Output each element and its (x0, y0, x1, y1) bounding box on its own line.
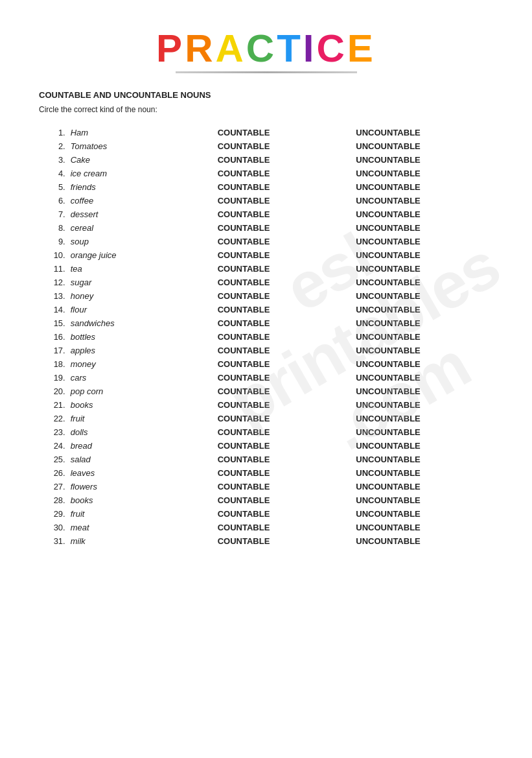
countable-label[interactable]: COUNTABLE (216, 398, 355, 412)
table-row: 21.booksCOUNTABLEUNCOUNTABLE (39, 398, 493, 412)
item-word: money (69, 357, 216, 371)
countable-label[interactable]: COUNTABLE (216, 425, 355, 439)
countable-label[interactable]: COUNTABLE (216, 357, 355, 371)
countable-label[interactable]: COUNTABLE (216, 235, 355, 248)
uncountable-label[interactable]: UNCOUNTABLE (354, 344, 493, 357)
countable-label[interactable]: COUNTABLE (216, 194, 355, 207)
countable-label[interactable]: COUNTABLE (216, 139, 355, 153)
item-number: 3. (39, 153, 69, 167)
countable-label[interactable]: COUNTABLE (216, 316, 355, 330)
countable-label[interactable]: COUNTABLE (216, 180, 355, 194)
uncountable-label[interactable]: UNCOUNTABLE (354, 385, 493, 398)
item-word: apples (69, 344, 216, 357)
item-word: ice cream (69, 167, 216, 180)
uncountable-label[interactable]: UNCOUNTABLE (354, 453, 493, 466)
title-underline (176, 71, 357, 73)
table-row: 3.CakeCOUNTABLEUNCOUNTABLE (39, 153, 493, 167)
item-word: pop corn (69, 385, 216, 398)
countable-label[interactable]: COUNTABLE (216, 248, 355, 262)
item-number: 7. (39, 207, 69, 221)
uncountable-label[interactable]: UNCOUNTABLE (354, 221, 493, 235)
uncountable-label[interactable]: UNCOUNTABLE (354, 139, 493, 153)
uncountable-label[interactable]: UNCOUNTABLE (354, 493, 493, 507)
table-row: 5.friendsCOUNTABLEUNCOUNTABLE (39, 180, 493, 194)
title-letter-p: P (156, 27, 185, 70)
item-number: 27. (39, 480, 69, 493)
table-row: 22.fruitCOUNTABLEUNCOUNTABLE (39, 412, 493, 425)
countable-label[interactable]: COUNTABLE (216, 480, 355, 493)
uncountable-label[interactable]: UNCOUNTABLE (354, 153, 493, 167)
item-number: 29. (39, 507, 69, 521)
item-word: orange juice (69, 248, 216, 262)
countable-label[interactable]: COUNTABLE (216, 167, 355, 180)
item-number: 11. (39, 262, 69, 276)
uncountable-label[interactable]: UNCOUNTABLE (354, 534, 493, 548)
uncountable-label[interactable]: UNCOUNTABLE (354, 466, 493, 480)
countable-label[interactable]: COUNTABLE (216, 493, 355, 507)
uncountable-label[interactable]: UNCOUNTABLE (354, 330, 493, 344)
uncountable-label[interactable]: UNCOUNTABLE (354, 126, 493, 139)
uncountable-label[interactable]: UNCOUNTABLE (354, 167, 493, 180)
item-word: milk (69, 534, 216, 548)
countable-label[interactable]: COUNTABLE (216, 534, 355, 548)
uncountable-label[interactable]: UNCOUNTABLE (354, 316, 493, 330)
uncountable-label[interactable]: UNCOUNTABLE (354, 194, 493, 207)
uncountable-label[interactable]: UNCOUNTABLE (354, 357, 493, 371)
item-word: coffee (69, 194, 216, 207)
item-number: 10. (39, 248, 69, 262)
countable-label[interactable]: COUNTABLE (216, 276, 355, 289)
uncountable-label[interactable]: UNCOUNTABLE (354, 371, 493, 385)
uncountable-label[interactable]: UNCOUNTABLE (354, 289, 493, 303)
countable-label[interactable]: COUNTABLE (216, 439, 355, 453)
uncountable-label[interactable]: UNCOUNTABLE (354, 412, 493, 425)
uncountable-label[interactable]: UNCOUNTABLE (354, 235, 493, 248)
item-word: Ham (69, 126, 216, 139)
countable-label[interactable]: COUNTABLE (216, 303, 355, 316)
countable-label[interactable]: COUNTABLE (216, 466, 355, 480)
title-letter-c: C (317, 27, 347, 70)
countable-label[interactable]: COUNTABLE (216, 221, 355, 235)
uncountable-label[interactable]: UNCOUNTABLE (354, 248, 493, 262)
countable-label[interactable]: COUNTABLE (216, 207, 355, 221)
countable-label[interactable]: COUNTABLE (216, 330, 355, 344)
countable-label[interactable]: COUNTABLE (216, 507, 355, 521)
uncountable-label[interactable]: UNCOUNTABLE (354, 180, 493, 194)
countable-label[interactable]: COUNTABLE (216, 153, 355, 167)
item-word: soup (69, 235, 216, 248)
uncountable-label[interactable]: UNCOUNTABLE (354, 207, 493, 221)
item-number: 21. (39, 398, 69, 412)
countable-label[interactable]: COUNTABLE (216, 371, 355, 385)
table-row: 24.breadCOUNTABLEUNCOUNTABLE (39, 439, 493, 453)
item-word: Tomatoes (69, 139, 216, 153)
item-word: honey (69, 289, 216, 303)
uncountable-label[interactable]: UNCOUNTABLE (354, 439, 493, 453)
table-row: 30.meatCOUNTABLEUNCOUNTABLE (39, 521, 493, 534)
countable-label[interactable]: COUNTABLE (216, 262, 355, 276)
table-row: 9.soupCOUNTABLEUNCOUNTABLE (39, 235, 493, 248)
uncountable-label[interactable]: UNCOUNTABLE (354, 262, 493, 276)
uncountable-label[interactable]: UNCOUNTABLE (354, 276, 493, 289)
uncountable-label[interactable]: UNCOUNTABLE (354, 303, 493, 316)
uncountable-label[interactable]: UNCOUNTABLE (354, 507, 493, 521)
table-row: 29.fruitCOUNTABLEUNCOUNTABLE (39, 507, 493, 521)
item-word: fruit (69, 412, 216, 425)
countable-label[interactable]: COUNTABLE (216, 385, 355, 398)
countable-label[interactable]: COUNTABLE (216, 521, 355, 534)
page-title: PRACTICE (39, 26, 493, 71)
table-row: 23.dollsCOUNTABLEUNCOUNTABLE (39, 425, 493, 439)
countable-label[interactable]: COUNTABLE (216, 289, 355, 303)
title-letter-i: I (303, 27, 317, 70)
countable-label[interactable]: COUNTABLE (216, 344, 355, 357)
item-number: 23. (39, 425, 69, 439)
subtitle: COUNTABLE AND UNCOUNTABLE NOUNS (39, 90, 493, 100)
table-row: 14.flourCOUNTABLEUNCOUNTABLE (39, 303, 493, 316)
item-word: flour (69, 303, 216, 316)
uncountable-label[interactable]: UNCOUNTABLE (354, 425, 493, 439)
item-number: 17. (39, 344, 69, 357)
uncountable-label[interactable]: UNCOUNTABLE (354, 480, 493, 493)
countable-label[interactable]: COUNTABLE (216, 126, 355, 139)
countable-label[interactable]: COUNTABLE (216, 453, 355, 466)
uncountable-label[interactable]: UNCOUNTABLE (354, 521, 493, 534)
countable-label[interactable]: COUNTABLE (216, 412, 355, 425)
uncountable-label[interactable]: UNCOUNTABLE (354, 398, 493, 412)
